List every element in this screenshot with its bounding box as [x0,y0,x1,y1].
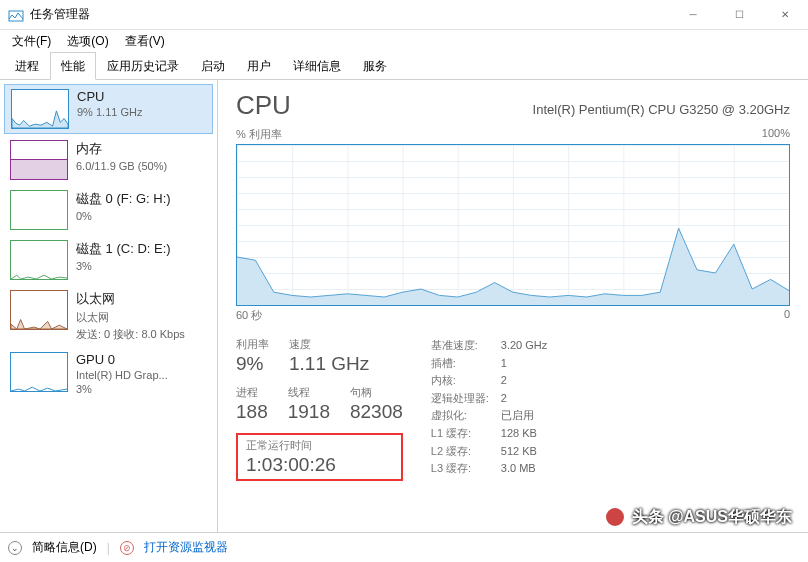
detail-title: CPU [236,90,291,121]
util-value: 9% [236,353,269,375]
sidebar-stat: 0% [76,210,207,222]
gpu-info: GPU 0 Intel(R) HD Grap... 3% [76,352,207,395]
sidebar-stat: Intel(R) HD Grap... [76,369,207,381]
sidebar-label: 内存 [76,140,207,158]
tab-processes[interactable]: 进程 [4,52,50,80]
memory-info: 内存 6.0/11.9 GB (50%) [76,140,207,180]
thread-label: 线程 [288,385,330,400]
stat-row-2: 进程 188 线程 1918 句柄 82308 [236,385,403,423]
minimize-button[interactable]: ─ [670,0,716,30]
eth-thumb [10,290,68,330]
uptime-box: 正常运行时间 1:03:00:26 [236,433,403,481]
main-area: CPU 9% 1.11 GHz 内存 6.0/11.9 GB (50%) 磁盘 … [0,80,808,532]
sidebar-label: 磁盘 1 (C: D: E:) [76,240,207,258]
chart-ymax: 100% [762,127,790,142]
chart-xleft: 60 秒 [236,308,262,323]
stat-row-1: 利用率 9% 速度 1.11 GHz [236,337,403,375]
sidebar-item-gpu[interactable]: GPU 0 Intel(R) HD Grap... 3% [4,348,213,399]
tab-history[interactable]: 应用历史记录 [96,52,190,80]
menu-options[interactable]: 选项(O) [61,31,114,52]
detail-subtitle: Intel(R) Pentium(R) CPU G3250 @ 3.20GHz [533,102,790,117]
watermark-text: 头条 @ASUS华硕华东 [632,507,793,528]
divider: | [107,541,110,555]
sidebar-label: 以太网 [76,290,207,308]
handle-value: 82308 [350,401,403,423]
sidebar-stat2: 3% [76,383,207,395]
sidebar-item-disk1[interactable]: 磁盘 1 (C: D: E:) 3% [4,236,213,284]
detail-panel: CPU Intel(R) Pentium(R) CPU G3250 @ 3.20… [218,80,808,532]
chart-bottom-labels: 60 秒 0 [236,308,790,323]
cpu-thumb [11,89,69,129]
window-controls: ─ ☐ ✕ [670,0,808,30]
footer: ⌄ 简略信息(D) | ⊘ 打开资源监视器 [0,532,808,562]
sidebar-label: 磁盘 0 (F: G: H:) [76,190,207,208]
watermark-avatar [604,506,626,528]
memory-thumb [10,140,68,180]
proc-value: 188 [236,401,268,423]
tab-performance[interactable]: 性能 [50,52,96,80]
speed-value: 1.11 GHz [289,353,369,375]
info-virt: 虚拟化:已启用 [431,407,547,425]
tab-services[interactable]: 服务 [352,52,398,80]
cpu-chart[interactable] [236,144,790,306]
maximize-button[interactable]: ☐ [716,0,762,30]
info-basespeed: 基准速度:3.20 GHz [431,337,547,355]
cpu-chart-svg [237,145,789,305]
disk1-thumb [10,240,68,280]
menu-file[interactable]: 文件(F) [6,31,57,52]
app-icon [8,7,24,23]
info-l1: L1 缓存:128 KB [431,425,547,443]
stat-col-right: 基准速度:3.20 GHz 插槽:1 内核:2 逻辑处理器:2 虚拟化:已启用 … [431,337,547,481]
eth-info: 以太网 以太网 发送: 0 接收: 8.0 Kbps [76,290,207,342]
gpu-thumb [10,352,68,392]
uptime-value: 1:03:00:26 [246,454,393,476]
uptime-label: 正常运行时间 [246,438,393,453]
sidebar-stat2: 发送: 0 接收: 8.0 Kbps [76,327,207,342]
tab-details[interactable]: 详细信息 [282,52,352,80]
proc-label: 进程 [236,385,268,400]
tab-users[interactable]: 用户 [236,52,282,80]
info-sockets: 插槽:1 [431,355,547,373]
menu-view[interactable]: 查看(V) [119,31,171,52]
sidebar-item-cpu[interactable]: CPU 9% 1.11 GHz [4,84,213,134]
simple-view-link[interactable]: 简略信息(D) [32,539,97,556]
stat-processes: 进程 188 [236,385,268,423]
stats-area: 利用率 9% 速度 1.11 GHz 进程 188 线程 191 [236,337,790,481]
sidebar-label: CPU [77,89,206,104]
disk0-info: 磁盘 0 (F: G: H:) 0% [76,190,207,230]
sidebar-stat: 以太网 [76,310,207,325]
disk0-thumb [10,190,68,230]
chart-xright: 0 [784,308,790,323]
sidebar-stat: 6.0/11.9 GB (50%) [76,160,207,172]
stat-speed: 速度 1.11 GHz [289,337,369,375]
detail-header: CPU Intel(R) Pentium(R) CPU G3250 @ 3.20… [236,90,790,121]
handle-label: 句柄 [350,385,403,400]
thread-value: 1918 [288,401,330,423]
watermark: 头条 @ASUS华硕华东 [604,506,793,528]
sidebar-stat: 3% [76,260,207,272]
sidebar-label: GPU 0 [76,352,207,367]
titlebar: 任务管理器 ─ ☐ ✕ [0,0,808,30]
sidebar-item-memory[interactable]: 内存 6.0/11.9 GB (50%) [4,136,213,184]
info-logical: 逻辑处理器:2 [431,390,547,408]
sidebar-stat: 9% 1.11 GHz [77,106,206,118]
stat-col-left: 利用率 9% 速度 1.11 GHz 进程 188 线程 191 [236,337,403,481]
cpu-info: CPU 9% 1.11 GHz [77,89,206,129]
stat-threads: 线程 1918 [288,385,330,423]
close-button[interactable]: ✕ [762,0,808,30]
chart-ylabel: % 利用率 [236,127,282,142]
info-cores: 内核:2 [431,372,547,390]
expand-icon[interactable]: ⌄ [8,541,22,555]
disk1-info: 磁盘 1 (C: D: E:) 3% [76,240,207,280]
resource-monitor-link[interactable]: 打开资源监视器 [144,539,228,556]
chart-top-labels: % 利用率 100% [236,127,790,142]
stat-handles: 句柄 82308 [350,385,403,423]
window-title: 任务管理器 [30,6,670,23]
tab-startup[interactable]: 启动 [190,52,236,80]
no-icon: ⊘ [120,541,134,555]
sidebar-item-ethernet[interactable]: 以太网 以太网 发送: 0 接收: 8.0 Kbps [4,286,213,346]
info-l2: L2 缓存:512 KB [431,443,547,461]
tab-bar: 进程 性能 应用历史记录 启动 用户 详细信息 服务 [0,52,808,80]
sidebar-item-disk0[interactable]: 磁盘 0 (F: G: H:) 0% [4,186,213,234]
menubar: 文件(F) 选项(O) 查看(V) [0,30,808,52]
